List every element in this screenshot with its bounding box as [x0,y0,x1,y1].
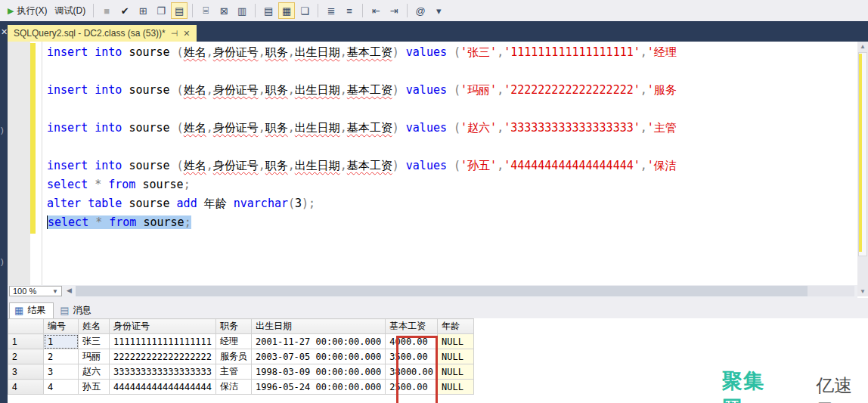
grid-cell[interactable]: 孙五 [79,380,110,395]
grid-cell[interactable]: 3 [44,364,79,380]
row-header-cell[interactable]: 4 [8,380,44,395]
zoom-select[interactable]: 100 % ▼ [9,286,62,296]
grid-cell[interactable]: 赵六 [79,364,110,380]
grid-cell[interactable]: 2001-11-27 00:00:00.000 [252,334,386,349]
column-header[interactable] [8,319,44,334]
strip-close-icon[interactable]: ✕ [1,27,8,37]
sql-editor[interactable]: insert into sourse (姓名,身份证号,职务,出生日期,基本工资… [8,42,857,285]
grid-cell[interactable]: 111111111111111111 [110,334,216,349]
column-header[interactable]: 基本工资 [386,319,438,334]
grid-cell[interactable]: 4000.00 [386,334,438,349]
row-header-cell[interactable]: 1 [8,334,44,349]
execute-button[interactable]: ▶ 执行(X) [5,3,50,19]
code-token: ( [454,45,460,59]
grid-cell[interactable]: 38000.00 [386,364,438,380]
code-line[interactable] [47,100,857,119]
code-line[interactable]: insert into sourse (姓名,身份证号,职务,出生日期,基本工资… [47,81,857,100]
estimated-plan-icon[interactable]: ⊞ [135,2,151,19]
results-tab-消息[interactable]: ▤消息 [55,302,98,318]
column-header[interactable]: 编号 [44,319,79,334]
code-line[interactable] [47,138,857,157]
query-options-icon[interactable]: ❐ [153,2,169,19]
row-header-cell[interactable]: 2 [8,349,44,364]
sqlcmd-mode-icon[interactable]: ▤ [171,2,188,19]
code-area[interactable]: insert into sourse (姓名,身份证号,职务,出生日期,基本工资… [47,43,857,232]
client-statistics-icon[interactable]: ▥ [234,2,250,19]
grid-cell[interactable]: 444444444444444444 [110,380,216,395]
code-token: 出生日期 [295,121,340,135]
toolbar-separator [93,4,94,17]
code-token [170,197,177,210]
horizontal-scroll-thumb[interactable] [76,286,808,296]
stop-icon[interactable]: ■ [98,2,115,19]
grid-cell[interactable]: 经理 [216,334,252,349]
column-header[interactable]: 姓名 [79,319,110,334]
results-to-grid-icon[interactable]: ▦ [278,2,295,19]
grid-cell[interactable]: 保洁 [216,380,252,395]
column-header[interactable]: 职务 [216,319,252,334]
vertical-scrollbar[interactable]: ▲ ▼ [857,42,868,296]
scroll-up-icon[interactable]: ▲ [857,43,868,50]
code-token: 年龄 [204,197,227,210]
code-line[interactable]: insert into sourse (姓名,身份证号,职务,出生日期,基本工资… [47,43,857,62]
zoom-value: 100 % [13,287,36,296]
table-row: 33赵六333333333333333333主管1998-03-09 00:00… [8,364,474,380]
pin-icon[interactable]: ⊣ [171,29,178,39]
code-token: 基本工资 [347,83,392,97]
results-tab-结果[interactable]: ▦结果 [9,302,54,318]
column-header[interactable]: 出生日期 [252,319,386,334]
grid-cell[interactable]: 2500.00 [386,380,438,395]
code-line[interactable]: alter table sourse add 年龄 nvarchar(3); [47,194,857,213]
comment-icon[interactable]: ≣ [323,2,339,19]
code-line[interactable]: select * from sourse; [47,175,857,194]
grid-cell[interactable]: 张三 [79,334,110,349]
column-header[interactable]: 身份证号 [110,319,216,334]
debug-button[interactable]: 调试(D) [51,3,88,19]
row-header-cell[interactable]: 3 [8,364,44,380]
grid-cell[interactable]: NULL [438,334,474,349]
grid-cell[interactable]: 玛丽 [79,349,110,364]
code-token: ( [288,197,295,210]
grid-cell[interactable]: 主管 [216,364,252,380]
grid-cell[interactable]: 服务员 [216,349,252,364]
grid-cell[interactable]: 4 [44,380,79,395]
grid-cell[interactable]: 1 [44,334,79,349]
grid-cell[interactable]: 3500.00 [386,349,438,364]
decrease-indent-icon[interactable]: ⇤ [367,2,384,19]
scroll-down-icon[interactable]: ▼ [857,288,868,295]
grid-cell[interactable]: 1996-05-24 00:00:00.000 [252,380,386,395]
grid-cell[interactable]: 2003-07-05 00:00:00.000 [252,349,386,364]
parse-query-icon[interactable]: ✔ [116,2,133,19]
uncomment-icon[interactable]: ≡ [341,2,358,19]
code-token: select [48,215,88,229]
document-tab[interactable]: SQLQuery2.sql - DC2.class (sa (53))* ⊣ ✕ [8,25,197,42]
template-parameters-icon[interactable]: ⌸ [197,2,214,19]
column-header[interactable]: 年龄 [438,319,474,334]
code-token: ; [308,197,315,210]
code-token: ) [392,121,406,135]
results-to-text-icon[interactable]: ▤ [260,2,277,19]
code-line[interactable] [47,62,857,81]
grid-cell[interactable]: NULL [438,364,474,380]
grid-cell[interactable]: 222222222222222222 [110,349,216,364]
code-token: , [206,83,213,97]
actual-plan-icon[interactable]: ⊠ [215,2,232,19]
code-token [197,197,204,210]
horizontal-scrollbar[interactable] [76,286,854,296]
change-annotation-bar [859,54,862,252]
toolbar-overflow-icon[interactable]: ▾ [430,2,447,19]
results-to-file-icon[interactable]: ❏ [296,2,313,19]
code-line[interactable]: insert into sourse (姓名,身份证号,职务,出生日期,基本工资… [47,119,857,138]
results-tab-label: 消息 [73,304,91,317]
grid-cell[interactable]: NULL [438,349,474,364]
specify-values-icon[interactable]: @ [412,2,429,19]
code-line[interactable]: select * from sourse; [47,213,857,232]
grid-cell[interactable]: 333333333333333333 [110,364,216,380]
grid-cell[interactable]: 2 [44,349,79,364]
scroll-left-icon[interactable]: ◀ [67,287,72,294]
close-icon[interactable]: ✕ [183,29,190,39]
grid-cell[interactable]: 1998-03-09 00:00:00.000 [252,364,386,380]
code-line[interactable]: insert into sourse (姓名,身份证号,职务,出生日期,基本工资… [47,157,857,175]
increase-indent-icon[interactable]: ⇥ [386,2,402,19]
grid-cell[interactable]: NULL [438,380,474,395]
